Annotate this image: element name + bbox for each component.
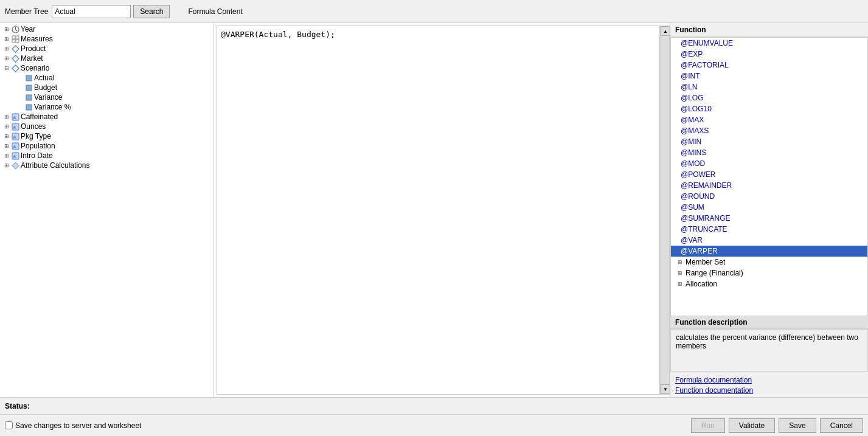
function-item-log[interactable]: @LOG	[671, 92, 867, 103]
expand-icon[interactable]: ⊞	[2, 142, 11, 150]
svg-text:A: A	[13, 125, 16, 130]
expand-icon[interactable]: ⊞	[2, 112, 11, 121]
function-item-var[interactable]: @VAR	[671, 235, 867, 246]
function-item-mins[interactable]: @MINS	[671, 147, 867, 158]
formula-doc-link[interactable]: Formula documentation	[675, 376, 863, 384]
search-button[interactable]: Search	[133, 5, 170, 18]
function-item-truncate[interactable]: @TRUNCATE	[671, 224, 867, 235]
function-item-round[interactable]: @ROUND	[671, 191, 867, 202]
formula-scroll-down[interactable]: ▼	[661, 384, 670, 394]
expand-icon[interactable]: ⊞	[2, 54, 11, 63]
function-group-allocation[interactable]: ⊞ Allocation	[671, 279, 867, 289]
tree-item-label: Market	[21, 54, 43, 63]
function-item-ln[interactable]: @LN	[671, 81, 867, 92]
function-group-member-set[interactable]: ⊞ Member Set	[671, 257, 867, 268]
function-item-maxs[interactable]: @MAXS	[671, 125, 867, 136]
pkg-type-icon: A	[11, 132, 19, 140]
expand-icon[interactable]: ⊟	[2, 64, 11, 72]
function-panel-header: Function	[670, 23, 868, 37]
function-item-max[interactable]: @MAX	[671, 114, 867, 125]
svg-rect-4	[16, 36, 19, 39]
svg-marker-7	[12, 46, 19, 52]
list-item[interactable]: ⊞ A Intro Date	[0, 151, 214, 161]
list-item[interactable]: ⊞ Product	[0, 44, 214, 54]
tree-item-label: Caffeinated	[21, 112, 58, 121]
save-button[interactable]: Save	[779, 418, 816, 433]
variance-pct-icon	[24, 103, 33, 111]
validate-button[interactable]: Validate	[729, 418, 775, 433]
tree-item-label: Product	[21, 44, 46, 53]
bottom-bar: Save changes to server and worksheet Run…	[0, 414, 868, 436]
run-button[interactable]: Run	[691, 418, 725, 433]
expand-icon[interactable]: ⊞	[2, 44, 11, 53]
tree-item-label: Actual	[34, 74, 54, 82]
expand-icon[interactable]: ⊞	[2, 132, 11, 140]
list-item[interactable]: Variance %	[0, 102, 214, 112]
list-item[interactable]: ⊞ Measures	[0, 34, 214, 44]
expand-icon[interactable]: ⊞	[2, 35, 11, 43]
function-item-int[interactable]: @INT	[671, 71, 867, 81]
function-group-range-financial[interactable]: ⊞ Range (Financial)	[671, 268, 867, 279]
tree-item-label: Intro Date	[21, 151, 53, 160]
budget-icon	[24, 83, 33, 92]
function-doc-link[interactable]: Function documentation	[675, 386, 863, 395]
allocation-expand-icon: ⊞	[676, 280, 684, 288]
function-item-log10[interactable]: @LOG10	[671, 103, 867, 114]
scenario-icon	[11, 64, 19, 72]
function-item-varper[interactable]: @VARPER	[671, 246, 867, 257]
save-checkbox[interactable]	[5, 421, 13, 429]
function-item-mod[interactable]: @MOD	[671, 158, 867, 169]
status-label: Status:	[5, 402, 30, 410]
save-checkbox-label[interactable]: Save changes to server and worksheet	[5, 421, 141, 430]
function-item-remainder[interactable]: @REMAINDER	[671, 180, 867, 191]
function-item-enumvalue[interactable]: @ENUMVALUE	[671, 38, 867, 49]
list-item[interactable]: ⊞ A Ounces	[0, 122, 214, 131]
function-panel: Function @ENUMVALUE @EXP @FACTORIAL @INT…	[670, 23, 868, 397]
cancel-button[interactable]: Cancel	[820, 418, 863, 433]
svg-line-2	[15, 29, 17, 31]
tree-item-label: Variance	[34, 93, 62, 102]
expand-icon[interactable]: ⊞	[2, 25, 11, 33]
content-area: ⊞ Year ⊞ Measures	[0, 23, 868, 397]
expand-icon[interactable]: ⊞	[2, 122, 11, 131]
list-item[interactable]: Actual	[0, 73, 214, 83]
list-item[interactable]: ⊞ Attribute Calculations	[0, 161, 214, 170]
list-item[interactable]: ⊞ Market	[0, 54, 214, 63]
allocation-label: Allocation	[686, 280, 717, 288]
tree-item-label: Attribute Calculations	[21, 161, 89, 170]
function-item-min[interactable]: @MIN	[671, 136, 867, 147]
caffeinated-icon: A	[11, 112, 19, 121]
list-item[interactable]: Budget	[0, 83, 214, 92]
list-item[interactable]: ⊞ A Population	[0, 141, 214, 151]
list-item[interactable]: ⊞ A Caffeinated	[0, 112, 214, 122]
function-item-power[interactable]: @POWER	[671, 169, 867, 180]
function-list: @ENUMVALUE @EXP @FACTORIAL @INT @LN @LOG…	[670, 37, 868, 316]
function-desc-text: calculates the percent variance (differe…	[676, 333, 858, 350]
function-item-sumrange[interactable]: @SUMRANGE	[671, 213, 867, 224]
variance-icon	[24, 93, 33, 102]
function-item-factorial[interactable]: @FACTORIAL	[671, 60, 867, 71]
member-tree-label: Member Tree	[5, 7, 48, 16]
range-financial-label: Range (Financial)	[686, 269, 743, 277]
svg-rect-12	[26, 95, 32, 100]
formula-content-label: Formula Content	[188, 7, 242, 16]
measures-icon	[11, 35, 19, 43]
list-item[interactable]: ⊞ A Pkg Type	[0, 131, 214, 141]
function-links: Formula documentation Function documenta…	[670, 372, 868, 397]
range-financial-expand-icon: ⊞	[676, 269, 684, 277]
list-item[interactable]: ⊞ Year	[0, 24, 214, 34]
intro-date-icon: A	[11, 151, 19, 160]
function-item-exp[interactable]: @EXP	[671, 49, 867, 60]
member-set-label: Member Set	[686, 258, 725, 266]
formula-scroll-up[interactable]: ▲	[661, 26, 670, 36]
formula-textarea[interactable]: @VARPER(Actual, Budget);	[217, 26, 660, 395]
svg-marker-24	[12, 162, 19, 169]
list-item[interactable]: ⊟ Scenario	[0, 63, 214, 73]
member-tree-search-input[interactable]	[52, 5, 131, 18]
list-item[interactable]: Variance	[0, 92, 214, 102]
function-item-sum[interactable]: @SUM	[671, 202, 867, 213]
function-desc-panel: calculates the percent variance (differe…	[670, 329, 868, 372]
expand-icon[interactable]: ⊞	[2, 161, 11, 170]
member-set-expand-icon: ⊞	[676, 258, 684, 266]
expand-icon[interactable]: ⊞	[2, 151, 11, 160]
